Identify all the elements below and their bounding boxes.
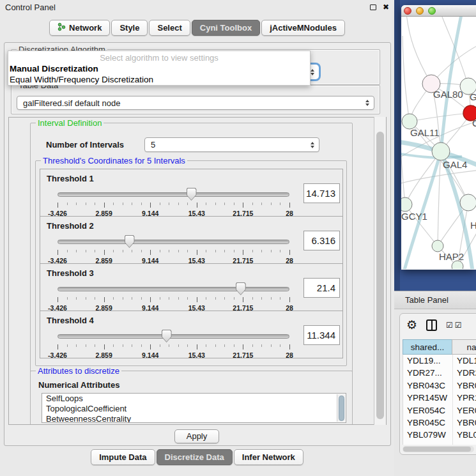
checkbox-icon[interactable]: ☑ [455,321,463,330]
list-scrollbar[interactable] [337,394,345,422]
tab-jactivemnodules[interactable]: jActiveMNodules [261,20,345,36]
slider-thumb[interactable] [187,188,197,201]
tick-mark [234,203,234,205]
network-edge[interactable] [403,36,410,121]
table-row[interactable]: YDL19...YDL1 [403,355,476,367]
tick-mark [252,250,253,252]
network-node[interactable] [452,261,463,269]
close-traffic-light-icon[interactable] [404,7,411,15]
threshold-slider[interactable]: -3.4262.8599.14415.4321.71528 [58,280,289,310]
num-intervals-value: 5 [151,140,155,150]
settings-scrollbar-thumb[interactable] [376,132,384,419]
slider-track[interactable] [58,334,289,339]
attribute-item-topologicalcoefficient[interactable]: TopologicalCoefficient [42,404,346,414]
table-row[interactable]: YPR145WYPR1 [403,392,476,404]
num-intervals-combobox[interactable]: 5 [144,137,319,152]
select-columns-icons[interactable]: ☑☑ [446,321,463,330]
float-window-icon[interactable] [370,4,376,10]
table-data-combobox[interactable]: galFiltered.sif default node [17,96,374,110]
popup-hint-text: Select algorithm to view settings [8,51,310,63]
network-node-hap2[interactable] [432,240,443,252]
slider-thumb[interactable] [236,282,246,295]
slider-track[interactable] [58,240,289,244]
slider-thumb[interactable] [125,235,135,248]
table-cell: YBL0 [453,429,476,441]
column-header-na[interactable]: na [452,339,476,355]
split-columns-icon[interactable] [426,319,437,331]
attribute-item-selfloops[interactable]: SelfLoops [42,394,346,404]
threshold-value-field[interactable]: 14.713 [303,183,340,203]
list-scrollbar-thumb[interactable] [339,395,344,421]
checkbox-icon[interactable]: ☑ [446,321,454,330]
tab-discretize-data[interactable]: Discretize Data [157,449,233,465]
popup-item-manual-discretization[interactable]: Manual Discretization [8,63,310,74]
attribute-item-betweennesscentrality[interactable]: BetweennessCentrality [42,414,346,423]
threshold-slider[interactable]: -3.4262.8599.14415.4321.71528 [58,233,289,263]
table-row[interactable]: YBR043CYBR0 [403,380,476,392]
column-header-shared-[interactable]: shared... [403,339,452,355]
threshold-slider[interactable]: -3.4262.8599.14415.4321.71528 [58,328,289,357]
tick-mark [104,297,105,302]
network-edge[interactable] [405,151,441,204]
table-row[interactable]: YDR27...YDR2 [403,367,476,379]
tab-select[interactable]: Select [149,20,190,36]
tab-style[interactable]: Style [111,20,148,36]
tick-mark [95,250,95,252]
tick-mark [132,344,132,347]
network-window-titlebar[interactable] [401,5,476,17]
network-edge[interactable] [401,139,405,204]
tick-mark [86,297,86,300]
network-node-gcy1[interactable] [401,197,412,211]
network-graph-view[interactable]: GAL80GACGAL11GAL4GCY1HHAP2 [401,17,476,269]
threshold-panel: Threshold 2-3.4262.8599.14415.4321.71528… [40,216,343,264]
minimize-traffic-light-icon[interactable] [416,7,424,15]
apply-button[interactable]: Apply [174,429,219,443]
slider-track[interactable] [58,287,289,291]
network-edge[interactable] [401,170,476,184]
table-scrollbar-thumb[interactable] [403,447,471,452]
threshold-slider[interactable]: -3.4262.8599.14415.4321.71528 [58,186,289,215]
threshold-value-field[interactable]: 11.344 [303,325,340,345]
zoom-traffic-light-icon[interactable] [428,7,436,15]
threshold-value-field[interactable]: 21.4 [303,278,340,298]
threshold-panel: Threshold 4-3.4262.8599.14415.4321.71528… [40,311,343,358]
tick-mark [243,203,243,208]
tick-mark [169,203,169,205]
num-intervals-label: Number of Intervals [46,140,124,150]
network-node-gal4[interactable] [432,142,450,160]
network-edge[interactable] [406,17,431,84]
network-view-window[interactable]: GAL80GACGAL11GAL4GCY1HHAP2 [401,5,476,270]
numerical-attributes-list[interactable]: SelfLoopsTopologicalCoefficientBetweenne… [42,393,346,423]
network-edge[interactable] [410,113,471,121]
node-label: GAL11 [410,127,440,138]
tick-mark [76,250,77,252]
slider-track[interactable] [58,192,289,197]
tab-impute-data[interactable]: Impute Data [91,449,155,465]
gear-icon[interactable]: ⚙ [406,319,417,331]
tick-label: 28 [286,351,293,359]
table-horizontal-scrollbar[interactable] [403,446,474,452]
table-row[interactable]: YBL079WYBL0 [403,429,476,441]
tab-network[interactable]: Network [49,20,110,36]
popup-item-equal-width-frequency-discretization[interactable]: Equal Width/Frequency Discretization [8,74,310,85]
close-icon[interactable]: ✖ [383,3,389,12]
attributes-group: Attributes to discretize Numerical Attri… [30,371,353,425]
tick-mark [271,297,272,300]
slider-thumb[interactable] [162,330,172,342]
table-cell: YBR0 [453,380,476,392]
network-node-h[interactable] [460,194,476,211]
table-row[interactable]: YLR345WYLR3 [403,441,476,445]
tick-mark [271,344,272,347]
tab-cyni-toolbox[interactable]: Cyni Toolbox [192,20,260,36]
slider-ticks [58,297,289,302]
settings-scroll-viewport: Interval Definition Number of Intervals … [8,117,387,425]
table-row[interactable]: YBR045CYBR0 [403,417,476,429]
settings-scrollbar[interactable] [374,117,386,425]
table-row[interactable]: YER054CYER0 [403,404,476,417]
threshold-value-field[interactable]: 6.316 [303,231,340,250]
tab-infer-network[interactable]: Infer Network [234,449,303,465]
tab-label: Style [119,23,139,33]
tick-mark [280,344,280,347]
tick-mark [224,203,225,205]
tick-mark [234,344,234,347]
